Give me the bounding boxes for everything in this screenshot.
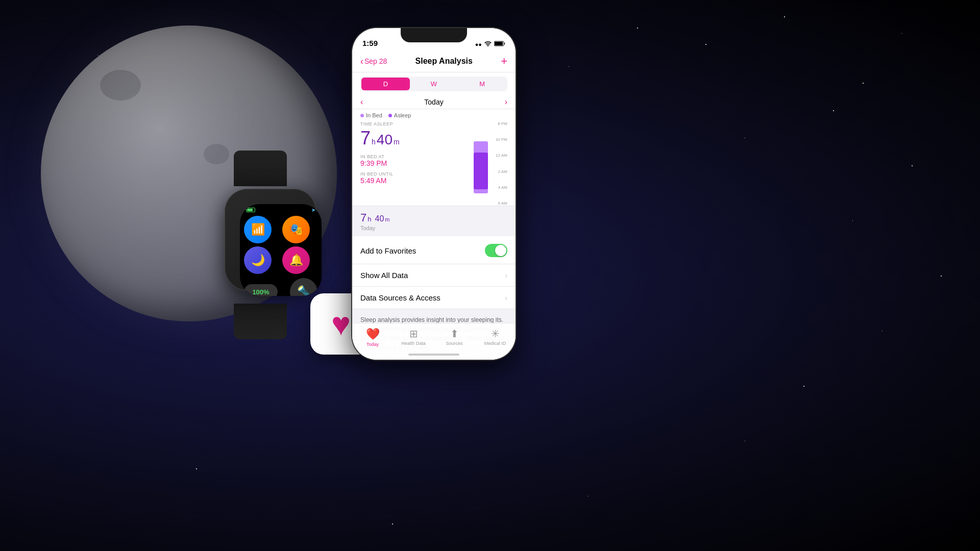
- watch-wifi-button[interactable]: 📶: [244, 216, 272, 243]
- chart-legend: In Bed Asleep: [352, 109, 516, 121]
- sleep-minutes-value: 40: [377, 132, 393, 148]
- watch-band-top: [234, 151, 287, 186]
- in-bed-at-label: IN BED AT: [360, 154, 467, 159]
- iphone-frame: 1:59 ●● ‹ Sep 28 Sleep Analysis +: [352, 28, 516, 360]
- summary-hours-value: 7: [360, 211, 366, 224]
- nav-add-button[interactable]: +: [501, 55, 507, 68]
- in-bed-at-value: 9:39 PM: [360, 159, 467, 167]
- show-all-data-right: ›: [505, 271, 507, 280]
- today-tab-label: Today: [366, 342, 379, 347]
- add-to-favorites-label: Add to Favorites: [360, 246, 416, 255]
- nav-back-button[interactable]: ‹ Sep 28: [360, 56, 387, 67]
- time-label-2am: 2 AM: [489, 169, 507, 174]
- home-indicator: [408, 354, 459, 356]
- time-asleep-label: TIME ASLEEP: [360, 121, 467, 127]
- signal-icon: ●●: [475, 41, 482, 47]
- time-label-6am: 6 AM: [489, 201, 507, 206]
- sleep-bar-container: [474, 127, 488, 201]
- iphone-notch: [401, 28, 467, 42]
- watch-torch-button[interactable]: 🔦: [290, 278, 317, 296]
- medical-id-tab-label: Medical ID: [484, 341, 506, 346]
- back-chevron-icon: ‹: [360, 56, 363, 67]
- bell-icon: 🔔: [289, 254, 303, 267]
- health-nav-header: ‹ Sep 28 Sleep Analysis +: [352, 51, 516, 72]
- bed-info: IN BED AT 9:39 PM IN BED UNTIL 5:49 AM: [360, 154, 467, 185]
- health-app-content: ‹ Sep 28 Sleep Analysis + D W M ‹ Today …: [352, 51, 516, 360]
- legend-asleep: Asleep: [388, 112, 411, 118]
- sleep-chart-right: 8 PM 10 PM 12 AM 2 AM 4 AM 6 AM: [467, 121, 507, 206]
- wifi-icon: 📶: [251, 223, 265, 236]
- tab-health-data[interactable]: ⊞ Health Data: [393, 328, 434, 346]
- segment-week[interactable]: W: [410, 78, 458, 90]
- watch-moon-button[interactable]: 🌙: [244, 246, 272, 274]
- date-navigation: ‹ Today ›: [352, 95, 516, 109]
- today-tab-icon: ❤️: [366, 328, 380, 341]
- torch-icon: 🔦: [297, 285, 311, 296]
- sleep-chart-area: TIME ASLEEP 7 h 40 m IN BED AT 9:39 PM I…: [352, 121, 516, 206]
- sources-tab-icon: ⬆: [450, 328, 459, 340]
- heart-icon: ♥: [331, 308, 351, 340]
- date-next-button[interactable]: ›: [505, 97, 507, 107]
- in-bed-until-label: IN BED UNTIL: [360, 171, 467, 177]
- asleep-label: Asleep: [394, 112, 411, 118]
- watch-battery-indicator: [246, 208, 255, 212]
- in-bed-until-value: 5:49 AM: [360, 177, 467, 185]
- legend-inbed: In Bed: [360, 112, 382, 118]
- segment-month[interactable]: M: [458, 78, 506, 90]
- theater-icon: 🎭: [289, 223, 303, 236]
- date-prev-button[interactable]: ‹: [360, 97, 363, 107]
- tab-today[interactable]: ❤️ Today: [352, 328, 393, 347]
- iphone-screen: 1:59 ●● ‹ Sep 28 Sleep Analysis +: [352, 28, 516, 360]
- segment-day[interactable]: D: [361, 78, 410, 90]
- time-label-8pm: 8 PM: [489, 121, 507, 126]
- health-data-tab-icon: ⊞: [409, 328, 418, 340]
- medical-id-tab-icon: ✳: [491, 328, 500, 340]
- sleep-stats-left: TIME ASLEEP 7 h 40 m IN BED AT 9:39 PM I…: [360, 121, 467, 206]
- add-to-favorites-row[interactable]: Add to Favorites: [352, 237, 516, 264]
- sleep-hours-value: 7: [360, 128, 371, 149]
- sleep-time-display: 7 h 40 m: [360, 128, 467, 149]
- sources-tab-label: Sources: [446, 341, 462, 346]
- watch-screen: ➤ 📶 🎭 🌙 🔔 100%: [240, 204, 322, 296]
- options-list: Add to Favorites Show All Data ›: [352, 237, 516, 309]
- watch-status-bar: ➤: [240, 204, 322, 214]
- watch-bottom-row: 100% 🔦: [240, 276, 322, 296]
- data-sources-row[interactable]: Data Sources & Access ›: [352, 287, 516, 309]
- asleep-dot-icon: [388, 114, 392, 117]
- summary-date-label: Today: [360, 225, 507, 231]
- favorites-toggle[interactable]: [485, 244, 507, 257]
- data-sources-right: ›: [505, 294, 507, 302]
- watch-battery-percent-label: 100%: [252, 288, 269, 296]
- watch-location-icon: ➤: [311, 207, 315, 213]
- watch-bell-button[interactable]: 🔔: [282, 246, 310, 274]
- sleep-hours-unit: h: [372, 138, 376, 146]
- asleep-bar: [474, 153, 488, 190]
- battery-status-icon: [494, 41, 505, 47]
- tab-medical-id[interactable]: ✳ Medical ID: [475, 328, 516, 346]
- show-all-data-row[interactable]: Show All Data ›: [352, 264, 516, 287]
- health-data-tab-label: Health Data: [401, 341, 426, 346]
- status-time: 1:59: [362, 39, 378, 47]
- summary-minutes-value: 40: [375, 214, 384, 223]
- watch-battery-percent-button[interactable]: 100%: [244, 284, 278, 296]
- segment-control: D W M: [360, 77, 507, 91]
- favorites-toggle-container: [485, 244, 507, 257]
- time-axis-labels: 8 PM 10 PM 12 AM 2 AM 4 AM 6 AM: [489, 121, 507, 206]
- sleep-minutes-unit: m: [394, 138, 400, 146]
- moon-icon: 🌙: [251, 254, 265, 267]
- summary-hours-unit: h: [368, 215, 371, 223]
- summary-minutes-unit: m: [385, 216, 389, 222]
- tab-sources[interactable]: ⬆ Sources: [434, 328, 475, 346]
- show-all-data-label: Show All Data: [360, 271, 408, 280]
- time-label-4am: 4 AM: [489, 185, 507, 190]
- inbed-label: In Bed: [366, 112, 382, 118]
- date-nav-label: Today: [424, 98, 443, 106]
- watch-band-bottom: [234, 304, 287, 339]
- svg-point-0: [487, 46, 488, 46]
- time-label-10pm: 10 PM: [489, 137, 507, 142]
- svg-rect-2: [495, 42, 503, 45]
- watch-controls-grid: 📶 🎭 🌙 🔔: [240, 214, 322, 276]
- watch-theater-button[interactable]: 🎭: [282, 216, 310, 243]
- apple-watch: ➤ 📶 🎭 🌙 🔔 100%: [214, 179, 327, 311]
- watch-battery-fill: [247, 209, 253, 211]
